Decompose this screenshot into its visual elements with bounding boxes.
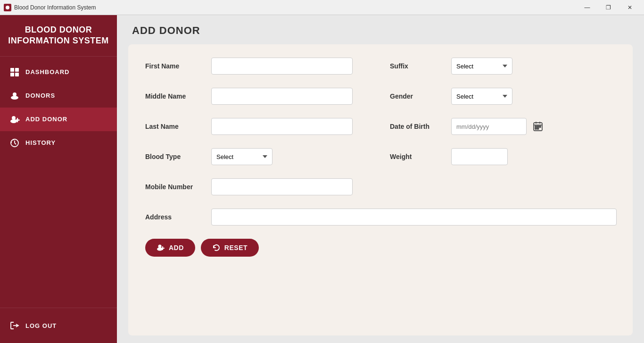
svg-rect-1 [10, 68, 14, 72]
logout-label: LOG OUT [25, 322, 57, 329]
close-button[interactable]: ✕ [619, 0, 640, 15]
calendar-button[interactable] [529, 118, 546, 135]
svg-rect-20 [535, 128, 537, 129]
page-header: ADD DONOR [117, 15, 644, 44]
gender-group: Gender Select Male Female Other [390, 88, 616, 105]
sidebar-item-add-donor-label: ADD DONOR [25, 116, 67, 123]
svg-point-5 [11, 96, 18, 100]
dob-input[interactable] [451, 118, 527, 135]
svg-rect-21 [537, 128, 539, 129]
sidebar-item-dashboard-label: DASHBOARD [25, 68, 70, 75]
last-name-label: Last Name [145, 123, 211, 130]
sidebar-item-donors[interactable]: DONORS [0, 84, 117, 108]
mobile-group: Mobile Number [145, 178, 616, 195]
title-bar: Blood Donor Information System — ❐ ✕ [0, 0, 644, 15]
logout-icon [9, 320, 20, 331]
sidebar-item-history[interactable]: HISTORY [0, 131, 117, 155]
suffix-label: Suffix [390, 62, 451, 70]
form-actions: ADD RESET [145, 239, 616, 257]
last-name-group: Last Name [145, 118, 371, 135]
sidebar-title: BLOOD DONOR INFORMATION SYSTEM [0, 15, 117, 57]
blood-type-group: Blood Type Select A+ A- B+ B- AB+ AB- O+… [145, 148, 371, 165]
blood-type-select[interactable]: Select A+ A- B+ B- AB+ AB- O+ O- [211, 148, 272, 165]
add-donor-icon [9, 114, 20, 125]
app-icon [4, 4, 11, 11]
donors-icon [9, 91, 20, 101]
svg-rect-17 [535, 126, 537, 127]
svg-point-6 [13, 92, 17, 96]
sidebar-item-donors-label: DONORS [25, 92, 55, 99]
page-title: ADD DONOR [132, 25, 629, 37]
suffix-select[interactable]: Select Jr. Sr. II III IV [451, 58, 512, 75]
svg-rect-18 [537, 126, 539, 127]
maximize-button[interactable]: ❐ [598, 0, 619, 15]
svg-point-0 [6, 6, 9, 9]
weight-label: Weight [390, 153, 451, 160]
blood-type-label: Blood Type [145, 153, 211, 160]
sidebar-item-history-label: HISTORY [25, 139, 56, 146]
gender-label: Gender [390, 92, 451, 100]
svg-point-23 [158, 245, 162, 248]
address-input[interactable] [211, 209, 617, 226]
form-row-4: Blood Type Select A+ A- B+ B- AB+ AB- O+… [145, 148, 616, 165]
sidebar-item-dashboard[interactable]: DASHBOARD [0, 60, 117, 84]
svg-rect-4 [15, 73, 19, 76]
dashboard-icon [9, 67, 20, 77]
form-row-6: Address [145, 209, 616, 226]
sidebar-bottom: LOG OUT [0, 308, 117, 343]
dob-group: Date of Birth [390, 118, 616, 135]
dob-label: Date of Birth [390, 123, 451, 130]
weight-group: Weight [390, 148, 616, 165]
svg-rect-3 [10, 73, 14, 76]
sidebar-nav: DASHBOARD DONORS [0, 57, 117, 308]
date-group [451, 118, 546, 135]
logout-item[interactable]: LOG OUT [0, 314, 117, 337]
sidebar-item-add-donor[interactable]: ADD DONOR [0, 108, 117, 131]
last-name-input[interactable] [211, 118, 353, 135]
mobile-label: Mobile Number [145, 183, 211, 191]
svg-rect-19 [539, 126, 541, 127]
title-bar-left: Blood Donor Information System [4, 4, 96, 11]
address-group: Address [145, 209, 617, 226]
suffix-group: Suffix Select Jr. Sr. II III IV [390, 58, 616, 75]
middle-name-input[interactable] [211, 88, 353, 105]
form-card: First Name Suffix Select Jr. Sr. II III … [128, 44, 633, 335]
minimize-button[interactable]: — [577, 0, 598, 15]
main-content: ADD DONOR First Name Suffix Select Jr. S… [117, 15, 644, 343]
mobile-input[interactable] [211, 178, 353, 195]
app-container: BLOOD DONOR INFORMATION SYSTEM DASHBOARD [0, 15, 644, 343]
address-label: Address [145, 213, 211, 221]
first-name-input[interactable] [211, 58, 353, 75]
window-title: Blood Donor Information System [14, 4, 96, 11]
form-row-2: Middle Name Gender Select Male Female Ot… [145, 88, 616, 105]
svg-point-8 [12, 116, 16, 120]
reset-button[interactable]: RESET [201, 239, 259, 257]
add-button-label: ADD [169, 244, 184, 251]
window-controls: — ❐ ✕ [577, 0, 640, 15]
first-name-group: First Name [145, 58, 371, 75]
form-row-1: First Name Suffix Select Jr. Sr. II III … [145, 58, 616, 75]
svg-rect-2 [15, 68, 19, 72]
add-button[interactable]: ADD [145, 239, 195, 257]
history-icon [9, 138, 20, 148]
reset-button-label: RESET [224, 244, 248, 251]
middle-name-label: Middle Name [145, 92, 211, 100]
form-row-3: Last Name Date of Birth [145, 118, 616, 135]
form-row-5: Mobile Number [145, 178, 616, 195]
middle-name-group: Middle Name [145, 88, 371, 105]
weight-input[interactable] [451, 148, 508, 165]
gender-select[interactable]: Select Male Female Other [451, 88, 512, 105]
sidebar: BLOOD DONOR INFORMATION SYSTEM DASHBOARD [0, 15, 117, 343]
first-name-label: First Name [145, 62, 211, 70]
